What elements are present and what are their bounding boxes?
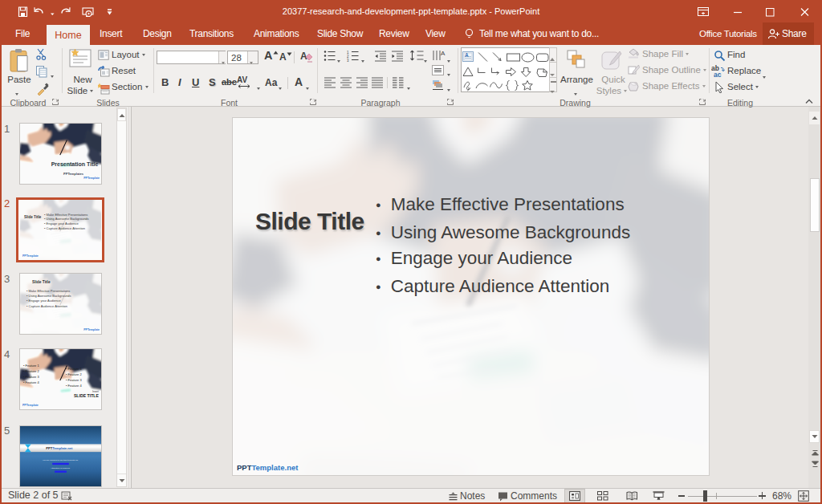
svg-text:3: 3: [347, 59, 349, 63]
svg-text:ac: ac: [714, 71, 722, 77]
svg-text:A: A: [465, 52, 469, 58]
svg-text:A: A: [441, 50, 446, 57]
svg-text:AV: AV: [237, 75, 247, 84]
